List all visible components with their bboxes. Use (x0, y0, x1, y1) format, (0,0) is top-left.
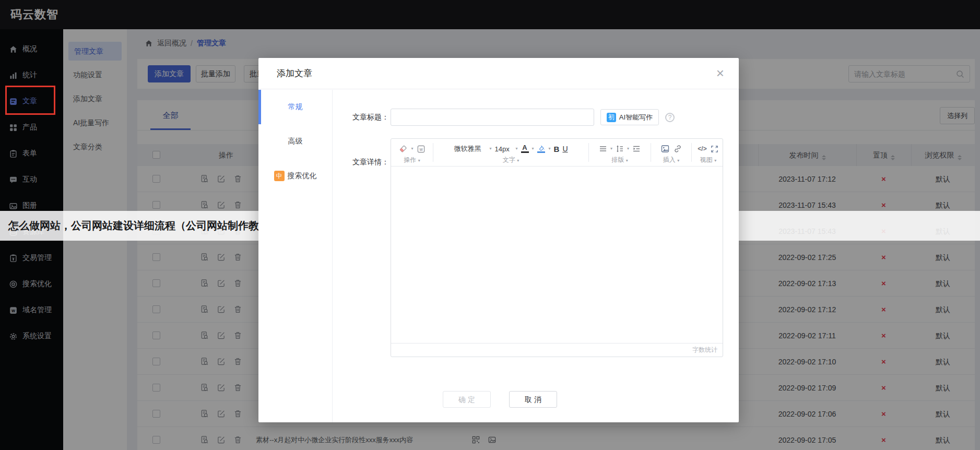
word-import-icon[interactable]: w (417, 145, 426, 153)
underline-button[interactable]: U (562, 145, 568, 153)
toolbar-group-operation: ▾ w 操作 ▾ (391, 139, 433, 166)
group-label-operation[interactable]: 操作 ▾ (393, 156, 431, 164)
toolbar-group-layout: ▾ ▾ 排版 ▾ (589, 139, 651, 166)
font-color-icon[interactable]: A (521, 145, 529, 153)
dropdown-caret-icon[interactable]: ▾ (489, 147, 491, 151)
insert-link-icon[interactable] (673, 144, 682, 153)
insert-image-icon[interactable] (660, 144, 670, 153)
font-family-select[interactable]: 微软雅黑 (454, 144, 486, 153)
group-label-layout[interactable]: 排版 ▾ (591, 156, 648, 164)
dropdown-caret-icon[interactable]: ▾ (516, 147, 518, 151)
eraser-icon[interactable] (398, 144, 408, 153)
add-article-modal: 添加文章 × 常规 高级 中 搜索优化 文章标题： 初 AI智能写作 ? 文章详… (258, 58, 739, 422)
source-code-icon[interactable]: </> (698, 145, 706, 152)
seo-badge: 中 (274, 171, 285, 181)
ai-writing-button[interactable]: 初 AI智能写作 (600, 109, 659, 125)
fullscreen-icon[interactable] (710, 145, 719, 153)
toolbar-group-text: 微软雅黑▾ 14px▾ A▾ ▾ B U 文字 ▾ (433, 139, 588, 166)
dropdown-caret-icon[interactable]: ▾ (627, 147, 629, 151)
modal-header: 添加文章 × (258, 58, 739, 89)
ai-badge-icon: 初 (607, 113, 616, 122)
svg-text:w: w (419, 146, 423, 151)
modal-tab-advanced[interactable]: 高级 (258, 124, 332, 159)
article-title-input[interactable] (391, 109, 594, 126)
toolbar-group-view: </> 视图 ▾ (692, 139, 725, 166)
editor-content-area[interactable] (391, 167, 723, 344)
indent-icon[interactable] (632, 145, 641, 153)
modal-title: 添加文章 (277, 58, 312, 89)
editor-toolbar: ▾ w 操作 ▾ 微软雅黑▾ 14px▾ A▾ ▾ B U 文字 ▾ (391, 139, 723, 167)
help-icon[interactable]: ? (665, 113, 675, 122)
modal-tab-seo[interactable]: 中 搜索优化 (258, 159, 332, 193)
toolbar-group-insert: 插入 ▾ (651, 139, 691, 166)
word-count-label[interactable]: 字数统计 (692, 346, 717, 353)
highlight-color-icon[interactable] (537, 145, 546, 153)
bold-button[interactable]: B (554, 145, 560, 153)
article-title-label: 文章标题： (334, 112, 389, 122)
red-annotation-box (5, 86, 55, 115)
modal-tab-general[interactable]: 常规 (258, 90, 332, 124)
line-height-icon[interactable] (616, 145, 624, 153)
group-label-text[interactable]: 文字 ▾ (435, 156, 586, 164)
group-label-insert[interactable]: 插入 ▾ (653, 156, 689, 164)
cancel-button[interactable]: 取 消 (509, 391, 557, 408)
close-icon[interactable]: × (716, 65, 724, 81)
rich-text-editor: ▾ w 操作 ▾ 微软雅黑▾ 14px▾ A▾ ▾ B U 文字 ▾ (391, 138, 723, 357)
modal-tab-column: 常规 高级 中 搜索优化 (258, 90, 333, 422)
font-size-select[interactable]: 14px (495, 145, 513, 153)
modal-body: 常规 高级 中 搜索优化 文章标题： 初 AI智能写作 ? 文章详情： ▾ w (258, 90, 739, 422)
dropdown-caret-icon[interactable]: ▾ (549, 147, 551, 151)
confirm-button[interactable]: 确 定 (443, 391, 491, 408)
dropdown-caret-icon[interactable]: ▾ (411, 147, 413, 151)
article-detail-label: 文章详情： (334, 157, 389, 167)
group-label-view[interactable]: 视图 ▾ (694, 156, 723, 164)
editor-status-bar: 字数统计 (391, 343, 723, 357)
dropdown-caret-icon[interactable]: ▾ (610, 147, 612, 151)
dropdown-caret-icon[interactable]: ▾ (532, 147, 534, 151)
align-icon[interactable] (599, 145, 607, 153)
